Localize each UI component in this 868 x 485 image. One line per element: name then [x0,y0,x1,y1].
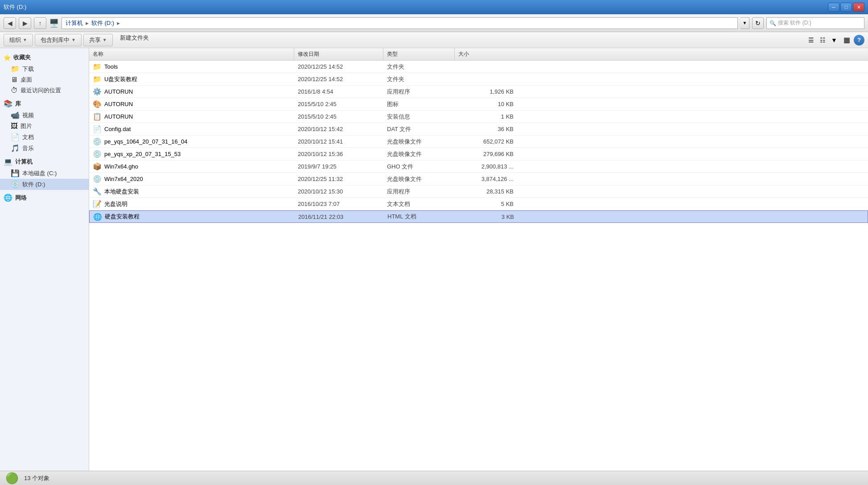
file-name: Win7x64_2020 [104,176,143,182]
doc-icon: 📄 [11,133,20,141]
file-name-cell: 💿 pe_yqs_1064_20_07_31_16_04 [89,137,294,146]
table-row[interactable]: 💿 Win7x64_2020 2020/12/25 11:32 光盘映像文件 3… [89,173,868,185]
file-type-icon: 📄 [93,125,102,133]
computer-header[interactable]: 💻 计算机 [0,156,89,168]
file-name-cell: 🌐 硬盘安装教程 [90,213,295,221]
file-name: 光盘说明 [104,200,128,208]
status-text: 13 个对象 [24,474,49,482]
search-box[interactable]: 🔍 搜索 软件 (D:) [766,17,864,29]
file-size-cell: 3 KB [455,214,518,220]
file-name-cell: 🔧 本地硬盘安装 [89,187,294,196]
file-type-icon: 💿 [93,137,102,146]
new-folder-button[interactable]: 新建文件夹 [115,34,154,46]
favorites-header[interactable]: ⭐ 收藏夹 [0,52,89,63]
file-type-icon: 💿 [93,175,102,183]
file-name: 硬盘安装教程 [105,213,140,221]
back-button[interactable]: ◀ [4,17,16,29]
doc-label: 文档 [22,133,34,141]
file-type-icon: 📋 [93,112,102,121]
help-button[interactable]: ? [854,35,864,45]
close-button[interactable]: ✕ [853,3,864,12]
file-type-cell: 安装信息 [383,113,455,121]
file-date-cell: 2019/9/7 19:25 [294,163,383,170]
library-label: 库 [15,100,21,108]
table-row[interactable]: ⚙️ AUTORUN 2016/1/8 4:54 应用程序 1,926 KB [89,86,868,98]
maximize-button[interactable]: □ [840,3,852,12]
sidebar-item-doc[interactable]: 📄 文档 [0,132,89,143]
addressbar: ◀ ▶ ↑ 🖥️ 计算机 ► 软件 (D:) ► ▼ ↻ 🔍 搜索 软件 (D:… [0,14,868,32]
file-name: 本地硬盘安装 [104,188,139,196]
file-type-cell: DAT 文件 [383,125,455,133]
titlebar-title: 软件 (D:) [4,3,26,11]
statusbar: 🟢 13 个对象 [0,471,868,485]
column-header: 名称 修改日期 类型 大小 [89,48,868,61]
sidebar-item-music[interactable]: 🎵 音乐 [0,143,89,154]
view-details-button[interactable]: ☷ [817,35,828,45]
table-row[interactable]: 🔧 本地硬盘安装 2020/10/12 15:30 应用程序 28,315 KB [89,185,868,198]
file-name-cell: 📦 Win7x64.gho [89,162,294,171]
desktop-label: 桌面 [21,76,32,84]
table-row[interactable]: 🎨 AUTORUN 2015/5/10 2:45 图标 10 KB [89,98,868,111]
table-row[interactable]: 📁 U盘安装教程 2020/12/25 14:52 文件夹 [89,73,868,86]
file-type-cell: 文件夹 [383,75,455,83]
col-size-header[interactable]: 大小 [455,48,517,60]
file-name: Win7x64.gho [104,163,138,170]
library-icon: 📚 [4,99,12,108]
col-type-header[interactable]: 类型 [383,48,455,60]
local-c-label: 本地磁盘 (C:) [22,169,57,177]
table-row[interactable]: 📝 光盘说明 2016/10/23 7:07 文本文档 5 KB [89,198,868,210]
computer-icon: 💻 [4,157,12,166]
table-row[interactable]: 📦 Win7x64.gho 2019/9/7 19:25 GHO 文件 2,90… [89,160,868,173]
table-row[interactable]: 📄 Config.dat 2020/10/12 15:42 DAT 文件 36 … [89,123,868,136]
new-folder-label: 新建文件夹 [120,34,149,41]
col-date-header[interactable]: 修改日期 [294,48,383,60]
computer-label: 计算机 [15,158,33,166]
share-button[interactable]: 共享 ▼ [83,34,113,46]
file-type-icon: 📁 [93,62,102,71]
file-name: U盘安装教程 [104,75,137,83]
sidebar-item-recent[interactable]: ⏱ 最近访问的位置 [0,85,89,96]
favorites-section: ⭐ 收藏夹 📁 下载 🖥 桌面 ⏱ 最近访问的位置 [0,52,89,96]
sidebar: ⭐ 收藏夹 📁 下载 🖥 桌面 ⏱ 最近访问的位置 📚 库 � [0,48,89,471]
file-name: pe_yqs_xp_20_07_31_15_53 [104,151,181,157]
library-header[interactable]: 📚 库 [0,98,89,110]
computer-section: 💻 计算机 💾 本地磁盘 (C:) 💿 软件 (D:) [0,156,89,190]
organize-button[interactable]: 组织 ▼ [4,34,33,46]
file-size-cell: 2,900,813 ... [455,163,517,170]
network-header[interactable]: 🌐 网络 [0,192,89,204]
share-arrow: ▼ [103,37,107,42]
sidebar-item-image[interactable]: 🖼 图片 [0,121,89,132]
view-controls: ☰ ☷ ▼ [806,35,839,45]
refresh-button[interactable]: ↻ [752,17,764,29]
include-library-button[interactable]: 包含到库中 ▼ [35,34,82,46]
file-name-cell: 🎨 AUTORUN [89,100,294,108]
address-path[interactable]: 计算机 ► 软件 (D:) ► [62,17,738,29]
file-size-cell: 36 KB [455,126,517,132]
table-row[interactable]: 🌐 硬盘安装教程 2016/11/21 22:03 HTML 文档 3 KB [89,210,868,223]
recent-icon: ⏱ [11,86,18,95]
forward-button[interactable]: ▶ [19,17,31,29]
table-row[interactable]: 📁 Tools 2020/12/25 14:52 文件夹 [89,61,868,73]
view-dropdown-button[interactable]: ▼ [829,35,839,45]
table-row[interactable]: 📋 AUTORUN 2015/5/10 2:45 安装信息 1 KB [89,111,868,123]
file-date-cell: 2015/5/10 2:45 [294,101,383,107]
path-segment-computer[interactable]: 计算机 [66,19,83,27]
layout-button[interactable]: ▦ [841,35,852,45]
sidebar-item-drive-d[interactable]: 💿 软件 (D:) [0,179,89,190]
sidebar-item-video[interactable]: 📹 视频 [0,110,89,121]
table-row[interactable]: 💿 pe_yqs_1064_20_07_31_16_04 2020/10/12 … [89,136,868,148]
sidebar-item-download[interactable]: 📁 下载 [0,63,89,74]
minimize-button[interactable]: ─ [828,3,839,12]
file-type-cell: 应用程序 [383,88,455,96]
video-label: 视频 [22,111,34,119]
address-dropdown[interactable]: ▼ [740,17,749,29]
file-list: 📁 Tools 2020/12/25 14:52 文件夹 📁 U盘安装教程 20… [89,61,868,471]
col-name-header[interactable]: 名称 [89,48,294,60]
table-row[interactable]: 💿 pe_yqs_xp_20_07_31_15_53 2020/10/12 15… [89,148,868,160]
up-button[interactable]: ↑ [34,17,46,29]
view-list-button[interactable]: ☰ [806,35,816,45]
sidebar-item-drive-c[interactable]: 💾 本地磁盘 (C:) [0,168,89,179]
path-segment-drive[interactable]: 软件 (D:) [91,19,114,27]
sidebar-item-desktop[interactable]: 🖥 桌面 [0,74,89,85]
recent-label: 最近访问的位置 [21,86,61,95]
